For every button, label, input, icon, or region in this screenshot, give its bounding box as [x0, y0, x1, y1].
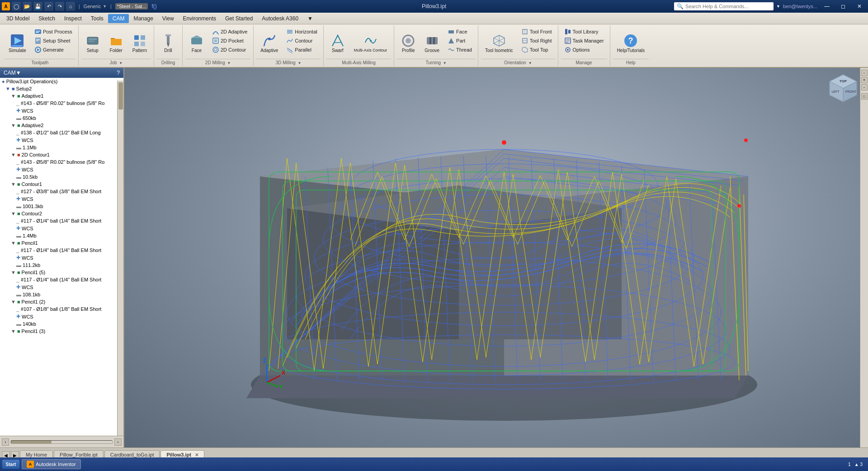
generate-button[interactable]: Generate — [31, 45, 75, 54]
menu-a360[interactable]: Autodesk A360 — [257, 14, 303, 23]
adaptive2-label: Adaptive2 — [22, 123, 44, 128]
zoom-fit-button[interactable]: □ — [861, 93, 868, 100]
menu-get-started[interactable]: Get Started — [221, 14, 257, 23]
tree-adaptive1-wcs[interactable]: ✚ WCS — [0, 107, 117, 114]
user-account[interactable]: ben@twentys... — [783, 4, 817, 9]
tree-2dcontour1[interactable]: ▼ ■ 2D Contour1 — [0, 151, 117, 158]
tree-pencil1[interactable]: ▼ ■ Pencil1 — [0, 239, 117, 247]
tree-2dcontour1-tool[interactable]: ⎯ #143 - Ø5/8" R0.02" bullnose (5/8" Ro — [0, 158, 117, 166]
tree-pencil1-2-wcs[interactable]: ✚ WCS — [0, 313, 117, 320]
post-process-button[interactable]: Post Process — [31, 27, 75, 36]
tool-top-button[interactable]: Tool Top — [518, 45, 555, 54]
pan-button[interactable]: ◦ — [861, 70, 868, 76]
open-button[interactable]: 📂 — [23, 2, 32, 11]
tree-scroll-right[interactable]: › — [114, 438, 122, 446]
new-button[interactable]: ◯ — [12, 2, 21, 11]
zoom-out-button[interactable]: - — [861, 84, 868, 90]
tree-pencil1-5-tool[interactable]: ⎯ #117 - Ø1/4" ball (1/4" Ball EM Short — [0, 276, 117, 283]
folder-button[interactable]: Folder — [105, 27, 127, 59]
tree-pencil1-3[interactable]: ▼ ■ Pencil1 (3) — [0, 328, 117, 335]
tab-pillow3-close[interactable]: ✕ — [195, 452, 198, 457]
tree-pencil1-2[interactable]: ▼ ■ Pencil1 (2) — [0, 298, 117, 305]
tree-pencil1-2-tool[interactable]: ⎯ #107 - Ø1/8" ball (1/8" Ball EM Short — [0, 305, 117, 313]
tool-library-button[interactable]: Tool Library — [561, 27, 607, 36]
tree-contour1[interactable]: ▼ ■ Contour1 — [0, 181, 117, 188]
tree-contour2-wcs[interactable]: ✚ WCS — [0, 224, 117, 232]
2d-contour-button[interactable]: 2D Contour — [209, 45, 250, 54]
contour-button[interactable]: Contour — [283, 36, 321, 45]
viewport[interactable]: Z X Y TOP LEFT FRONT ◦ + - □ — [124, 68, 868, 447]
multiaxis-contour-button[interactable]: Multi-Axis Contour — [350, 27, 392, 59]
tree-adaptive2-tool[interactable]: ⎯ #138 - Ø1/2" ball (1/2" Ball EM Long — [0, 129, 117, 136]
thread-button[interactable]: Thread — [444, 45, 475, 54]
tree-pencil1-wcs[interactable]: ✚ WCS — [0, 254, 117, 262]
view-cube[interactable]: TOP LEFT FRONT — [827, 72, 859, 104]
search-input[interactable] — [685, 4, 762, 9]
profile-button[interactable]: Profile — [397, 27, 420, 59]
parallel-button[interactable]: Parallel — [283, 45, 321, 54]
menu-inspect[interactable]: Inspect — [60, 14, 86, 23]
tree-contour1-wcs[interactable]: ✚ WCS — [0, 195, 117, 203]
2d-adaptive-button[interactable]: 2D Adaptive — [209, 27, 250, 36]
face-button[interactable]: Face — [185, 27, 208, 59]
2d-pocket-button[interactable]: 2D Pocket — [209, 36, 250, 45]
minimize-button[interactable]: — — [820, 0, 834, 13]
cam-tree[interactable]: ● Pillow3.ipt Operation(s) ▼ ■ Setup2 ▼ … — [0, 78, 123, 436]
zoom-in-button[interactable]: + — [861, 77, 868, 83]
menu-more[interactable]: ▼ — [303, 14, 317, 23]
search-bar[interactable]: 🔍 — [674, 2, 774, 10]
menu-tools[interactable]: Tools — [86, 14, 108, 23]
menu-cam[interactable]: CAM — [108, 14, 129, 23]
tool-right-button[interactable]: Tool Right — [518, 36, 555, 45]
taskbar-autodesk[interactable]: A Autodesk Inventor — [22, 459, 81, 469]
tree-2dcontour1-wcs[interactable]: ✚ WCS — [0, 166, 117, 173]
tree-adaptive2[interactable]: ▼ ■ Adaptive2 — [0, 122, 117, 129]
tool-front-button[interactable]: Tool Front — [518, 27, 555, 36]
ribbon-group-help: ? Help/Tutorials Help — [610, 25, 651, 66]
groove-button[interactable]: Groove — [420, 27, 443, 59]
cam-panel-help[interactable]: ? — [117, 70, 120, 76]
menu-view[interactable]: View — [158, 14, 179, 23]
setup-sheet-button[interactable]: Setup Sheet — [31, 36, 75, 45]
tree-pencil1-5-wcs[interactable]: ✚ WCS — [0, 283, 117, 291]
turning-face-button[interactable]: Face — [444, 27, 475, 36]
task-manager-button[interactable]: Task Manager — [561, 36, 607, 45]
redo-button[interactable]: ↷ — [55, 2, 64, 11]
tree-root[interactable]: ● Pillow3.ipt Operation(s) — [0, 78, 117, 85]
help-tutorials-button[interactable]: ? Help/Tutorials — [613, 27, 649, 59]
restore-button[interactable]: ◻ — [836, 0, 850, 13]
start-button[interactable]: Start — [2, 459, 20, 469]
part-button[interactable]: Part — [444, 36, 475, 45]
menu-3dmodel[interactable]: 3D Model — [2, 14, 34, 23]
home-button[interactable]: ⌂ — [66, 2, 75, 11]
cam-panel-dropdown[interactable]: ▼ — [16, 70, 21, 76]
tree-contour2-tool[interactable]: ⎯ #117 - Ø1/4" ball (1/4" Ball EM Short — [0, 217, 117, 224]
tool-isometric-button[interactable]: Tool Isometric — [481, 27, 517, 59]
menu-sketch[interactable]: Sketch — [34, 14, 60, 23]
simulate-button[interactable]: Simulate — [5, 27, 30, 59]
pattern-button[interactable]: Pattern — [128, 27, 151, 59]
2dcontour1-size-label: 10.5kb — [23, 174, 38, 180]
setup-button[interactable]: Setup — [81, 27, 104, 59]
tree-contour1-tool[interactable]: ⎯ #127 - Ø3/8" ball (3/8" Ball EM Short — [0, 188, 117, 195]
tree-scroll-left[interactable]: ‹ — [2, 438, 9, 446]
adaptive-button[interactable]: Adaptive — [256, 27, 282, 59]
tree-adaptive1-tool[interactable]: ⎯ #143 - Ø5/8" R0.02" bullnose (5/8" Ro — [0, 100, 117, 107]
undo-button[interactable]: ↶ — [44, 2, 53, 11]
menu-manage[interactable]: Manage — [129, 14, 157, 23]
scroll-thumb[interactable] — [118, 82, 123, 109]
tree-pencil1-tool[interactable]: ⎯ #117 - Ø1/4" ball (1/4" Ball EM Short — [0, 247, 117, 254]
tree-setup2[interactable]: ▼ ■ Setup2 — [0, 85, 117, 92]
drill-button[interactable]: Drill — [157, 27, 179, 59]
close-button[interactable]: ✕ — [853, 0, 866, 13]
tree-pencil1-5[interactable]: ▼ ■ Pencil1 (5) — [0, 269, 117, 276]
tree-adaptive2-wcs[interactable]: ✚ WCS — [0, 136, 117, 144]
save-button[interactable]: 💾 — [33, 2, 42, 11]
options-button[interactable]: Options — [561, 45, 607, 54]
horizontal-button[interactable]: Horizontal — [283, 27, 321, 36]
tree-scrollbar[interactable] — [117, 81, 123, 436]
swarf-button[interactable]: Swarf — [326, 27, 349, 59]
tree-adaptive1[interactable]: ▼ ■ Adaptive1 — [0, 92, 117, 100]
menu-environments[interactable]: Environments — [179, 14, 221, 23]
tree-contour2[interactable]: ▼ ■ Contour2 — [0, 210, 117, 217]
